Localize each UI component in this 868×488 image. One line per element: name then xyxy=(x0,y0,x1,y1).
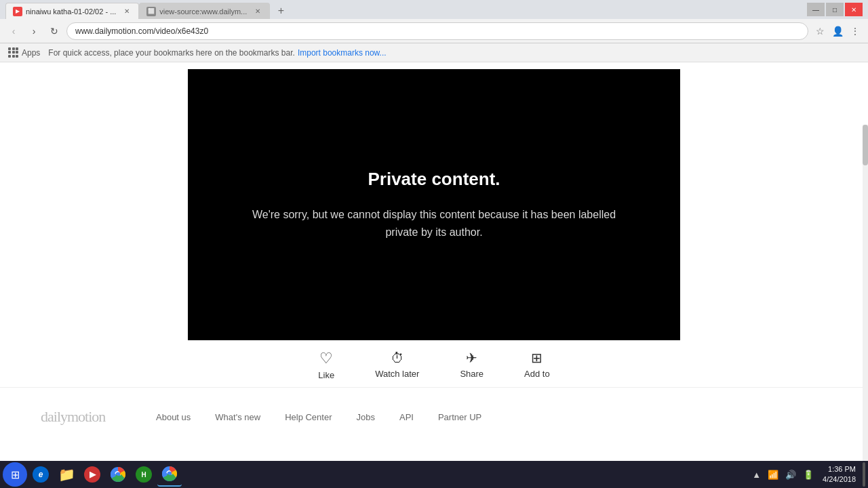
watch-later-label: Watch later xyxy=(375,369,419,379)
close-button[interactable]: ✕ xyxy=(845,3,863,16)
watch-later-icon: ⏱ xyxy=(391,351,404,365)
menu-icon[interactable]: ⋮ xyxy=(848,24,863,39)
folder-icon: 📁 xyxy=(58,466,75,483)
import-bookmarks-link[interactable]: Import bookmarks now... xyxy=(298,48,387,58)
taskbar-hypercam-button[interactable]: H xyxy=(132,462,156,487)
watch-later-button[interactable]: ⏱ Watch later xyxy=(375,351,419,380)
add-to-label: Add to xyxy=(524,369,550,379)
footer-link-partner[interactable]: Partner UP xyxy=(438,412,481,422)
taskbar-ie-button[interactable]: e xyxy=(28,462,53,487)
taskbar-chrome2-button[interactable] xyxy=(157,462,182,487)
bookmarks-hint-text: For quick access, place your bookmarks h… xyxy=(48,48,295,58)
back-button[interactable]: ‹ xyxy=(5,23,22,39)
start-button[interactable]: ⊞ xyxy=(3,462,27,487)
address-input[interactable] xyxy=(66,22,808,40)
clock-time: 1:36 PM xyxy=(823,464,856,474)
ie-icon: e xyxy=(33,466,49,483)
action-bar: ♡ Like ⏱ Watch later ✈ Share ⊞ Add to xyxy=(0,340,868,388)
chrome-icon-2 xyxy=(162,466,177,481)
minimize-button[interactable]: — xyxy=(807,3,825,16)
person-icon[interactable]: 👤 xyxy=(830,24,845,39)
tray-network-icon[interactable]: 📶 xyxy=(766,468,781,481)
footer-link-jobs[interactable]: Jobs xyxy=(357,412,375,422)
new-tab-button[interactable]: + xyxy=(273,3,289,19)
taskbar-folder-button[interactable]: 📁 xyxy=(54,462,79,487)
footer-link-helpcenter[interactable]: Help Center xyxy=(285,412,332,422)
footer-logo: dailymotion xyxy=(41,408,129,426)
show-desktop-button[interactable] xyxy=(863,462,865,487)
tab-label-1: ninaiwu katha-01-02/02 - ... xyxy=(26,7,116,16)
tray-battery-icon[interactable]: 🔋 xyxy=(801,468,816,481)
scrollbar-track xyxy=(863,125,868,461)
video-player: Private content. We're sorry, but we can… xyxy=(188,69,680,340)
tray-arrow-icon[interactable]: ▲ xyxy=(750,468,763,481)
taskbar-chrome1-button[interactable] xyxy=(106,462,130,487)
scrollbar-thumb[interactable] xyxy=(863,125,868,165)
tab-favicon-1: ▶ xyxy=(13,7,22,16)
tab-close-2[interactable]: ✕ xyxy=(253,7,262,16)
footer-link-api[interactable]: API xyxy=(399,412,414,422)
video-private-title: Private content. xyxy=(368,169,500,190)
page-content: Private content. We're sorry, but we can… xyxy=(0,62,868,461)
taskbar-media-button[interactable]: ▶ xyxy=(80,462,104,487)
address-bar-row: ‹ › ↻ ☆ 👤 ⋮ xyxy=(0,19,868,43)
windows-logo-icon: ⊞ xyxy=(11,468,20,481)
taskbar: ⊞ e 📁 ▶ H xyxy=(0,461,868,488)
tab-favicon-2: ⬜ xyxy=(146,7,156,16)
share-label: Share xyxy=(460,369,484,379)
bookmarks-bar: About us Apps For quick access, place yo… xyxy=(0,43,868,62)
like-label: Like xyxy=(318,370,334,380)
apps-grid-icon xyxy=(8,47,19,58)
footer-link-whatsnew[interactable]: What's new xyxy=(215,412,260,422)
tab-active[interactable]: ▶ ninaiwu katha-01-02/02 - ... ✕ xyxy=(5,3,139,19)
clock-date: 4/24/2018 xyxy=(823,474,856,485)
video-container: Private content. We're sorry, but we can… xyxy=(188,69,680,340)
system-tray: ▲ 📶 🔊 🔋 xyxy=(750,468,821,481)
chrome-icon-1 xyxy=(111,467,125,482)
hypercam-icon: H xyxy=(136,466,152,483)
apps-text: Apps xyxy=(22,48,40,58)
bookmark-star-icon[interactable]: ☆ xyxy=(812,24,827,39)
footer: dailymotion About us What's new Help Cen… xyxy=(0,388,868,446)
tab-label-2: view-source:www.dailym... xyxy=(159,7,247,16)
video-private-subtitle: We're sorry, but we cannot display this … xyxy=(251,206,617,241)
tab-inactive[interactable]: ⬜ view-source:www.dailym... ✕ xyxy=(139,3,270,19)
tray-volume-icon[interactable]: 🔊 xyxy=(783,468,798,481)
footer-link-about[interactable]: About us xyxy=(156,412,191,422)
add-to-button[interactable]: ⊞ Add to xyxy=(524,351,550,380)
apps-launcher[interactable]: About us Apps xyxy=(8,47,40,58)
refresh-button[interactable]: ↻ xyxy=(46,23,62,39)
like-button[interactable]: ♡ Like xyxy=(318,351,334,380)
media-player-icon: ▶ xyxy=(84,466,100,483)
add-to-icon: ⊞ xyxy=(531,351,542,365)
share-button[interactable]: ✈ Share xyxy=(460,351,484,380)
like-icon: ♡ xyxy=(319,351,333,366)
forward-button[interactable]: › xyxy=(26,23,42,39)
taskbar-clock[interactable]: 1:36 PM 4/24/2018 xyxy=(823,464,861,485)
footer-links: About us What's new Help Center Jobs API… xyxy=(156,412,481,422)
maximize-button[interactable]: □ xyxy=(826,3,844,16)
share-icon: ✈ xyxy=(466,351,477,365)
tab-close-1[interactable]: ✕ xyxy=(122,7,132,16)
